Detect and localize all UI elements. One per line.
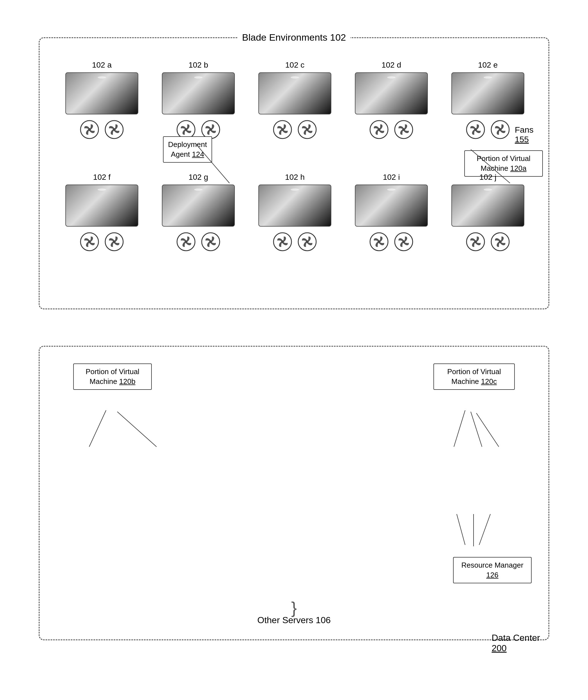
fan-icon-d2 [394, 119, 414, 140]
fan-icon-e2 [490, 119, 510, 140]
resource-manager-callout: Resource Manager 126 [453, 557, 532, 583]
other-servers-section: } Other Servers 106 [257, 604, 331, 625]
blade-unit-i: 102 i [349, 173, 434, 252]
datacenter-box: Portion of Virtual Machine 120b Portion … [39, 346, 549, 640]
fan-icon-e1 [465, 119, 486, 140]
blade-label-a: 102 a [92, 61, 112, 70]
fan-icon-a2 [104, 119, 124, 140]
blade-unit-f: 102 f [60, 173, 144, 252]
blade-server-h [258, 185, 331, 227]
fans-row-h [272, 232, 317, 252]
blade-server-a [65, 72, 138, 114]
fans-row-a [79, 119, 124, 140]
fan-icon-h1 [272, 232, 292, 252]
fans-row-e [465, 119, 510, 140]
blade-server-d [355, 72, 428, 114]
fans-row-f [79, 232, 124, 252]
fan-icon-a1 [79, 119, 100, 140]
blade-label-b: 102 b [188, 61, 208, 70]
blade-unit-d: 102 d [349, 61, 434, 140]
fans-row-g [176, 232, 221, 252]
blade-unit-a: 102 a [60, 61, 144, 140]
fan-icon-f2 [104, 232, 124, 252]
blade-server-j [451, 185, 524, 227]
datacenter-label: Data Center 200 [492, 633, 540, 653]
fan-icon-i2 [394, 232, 414, 252]
fan-icon-j2 [490, 232, 510, 252]
fans-label: Fans 155 [515, 125, 548, 144]
fan-icon-h2 [297, 232, 317, 252]
fans-row-i [369, 232, 414, 252]
fans-row-d [369, 119, 414, 140]
blade-server-g [162, 185, 235, 227]
blade-label-i: 102 i [383, 173, 400, 182]
blade-server-b [162, 72, 235, 114]
blade-server-f [65, 185, 138, 227]
fan-icon-j1 [465, 232, 486, 252]
fan-icon-c2 [297, 119, 317, 140]
blade-label-f: 102 f [93, 173, 110, 182]
deployment-agent-callout: Deployment Agent 124 [163, 136, 212, 163]
blade-unit-b: 102 b [156, 61, 240, 140]
blade-unit-g: 102 g [156, 173, 240, 252]
fan-icon-g1 [176, 232, 196, 252]
blade-unit-j: 102 j [446, 173, 530, 252]
fans-row-j [465, 232, 510, 252]
fans-row-c [272, 119, 317, 140]
blade-environments-box: Blade Environments 102 102 a 102 b [39, 37, 549, 309]
blade-label-d: 102 d [382, 61, 401, 70]
vm-120c-callout: Portion of Virtual Machine 120c [434, 363, 515, 390]
blade-server-c [258, 72, 331, 114]
blade-unit-h: 102 h [253, 173, 337, 252]
other-servers-label: Other Servers 106 [257, 615, 331, 625]
blade-label-h: 102 h [285, 173, 305, 182]
fan-icon-g2 [200, 232, 221, 252]
blade-label-e: 102 e [478, 61, 498, 70]
blade-row-top: 102 a 102 b 102 c [54, 61, 536, 140]
blade-label-j: 102 j [479, 173, 497, 182]
blade-row-bottom: 102 f 102 g 102 h [54, 173, 536, 252]
vm-120b-callout: Portion of Virtual Machine 120b [73, 363, 152, 390]
blade-label-g: 102 g [188, 173, 208, 182]
blade-server-i [355, 185, 428, 227]
blade-label-c: 102 c [285, 61, 305, 70]
blade-server-e [451, 72, 524, 114]
fan-icon-f1 [79, 232, 100, 252]
fan-icon-d1 [369, 119, 389, 140]
other-servers-brace: } [257, 604, 331, 612]
blade-unit-c: 102 c [253, 61, 337, 140]
fan-icon-c1 [272, 119, 292, 140]
blade-environments-label: Blade Environments 102 [237, 32, 351, 43]
fan-icon-i1 [369, 232, 389, 252]
